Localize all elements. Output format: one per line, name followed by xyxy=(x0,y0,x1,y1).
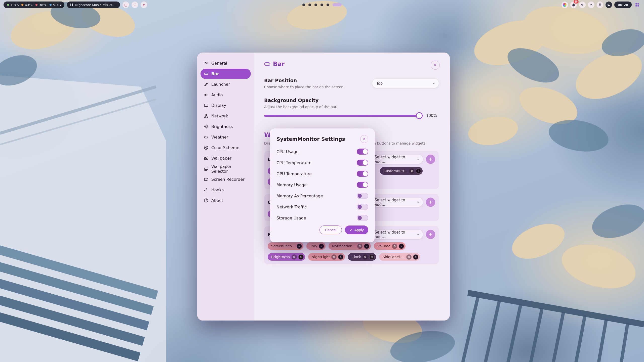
sidebar-item-hooks[interactable]: Hooks xyxy=(200,185,251,195)
add-widget-dropdown[interactable]: Select widget to add... ▾ xyxy=(371,230,423,239)
toggle-row-memory-as-percentage: Memory As Percentage xyxy=(276,190,368,201)
apply-button[interactable]: ✓Apply xyxy=(345,225,368,234)
sidebar-item-general[interactable]: General xyxy=(200,58,251,68)
widget-settings-icon[interactable]: ⚙ xyxy=(292,254,297,260)
widget-settings-icon[interactable]: ⚙ xyxy=(406,254,412,260)
widget-settings-icon[interactable]: ⚙ xyxy=(331,254,337,260)
workspace-active-pill[interactable] xyxy=(333,3,342,6)
workspace-dot[interactable] xyxy=(308,4,311,6)
bar-position-dropdown[interactable]: Top ▾ xyxy=(372,79,439,88)
sidebar-item-label: Launcher xyxy=(211,82,230,87)
sidebar-item-bar[interactable]: Bar xyxy=(200,69,251,79)
widget-chip[interactable]: Volume ⚙ × xyxy=(374,242,406,250)
widget-settings-icon[interactable]: ⚙ xyxy=(357,244,363,249)
window-close-button[interactable]: × xyxy=(431,61,440,70)
widget-settings-icon[interactable]: ⚙ xyxy=(392,244,397,249)
add-widget-button[interactable]: + xyxy=(426,230,435,239)
volume-button[interactable] xyxy=(579,2,586,8)
add-widget-dropdown[interactable]: Select widget to add... ▾ xyxy=(371,155,423,164)
top-bar-right: 10 00:28 xyxy=(561,2,640,8)
widget-chip[interactable]: CustomButt... ⚙ × xyxy=(380,167,423,175)
widget-chip[interactable]: SidePanelT... ⚙ × xyxy=(379,253,420,261)
network-traffic-toggle[interactable] xyxy=(357,204,368,210)
sidebar-item-wallpaper[interactable]: Wallpaper xyxy=(200,153,251,163)
widget-remove-icon[interactable]: × xyxy=(364,244,369,249)
add-widget-dropdown[interactable]: Select widget to add... ▾ xyxy=(371,198,423,207)
memory-as-percentage-toggle[interactable] xyxy=(357,193,368,199)
chevron-down-icon: ▾ xyxy=(417,200,419,204)
widget-chip[interactable]: Notification... ⚙ × xyxy=(329,242,371,250)
widget-remove-icon[interactable]: × xyxy=(416,168,421,174)
widget-remove-icon[interactable]: × xyxy=(413,254,418,260)
workspace-dot[interactable] xyxy=(302,4,305,6)
memory-metric: 9.7G xyxy=(50,3,61,7)
toggle-list: CPU Usage CPU Temperature GPU Temperatur… xyxy=(276,146,368,223)
memory-icon xyxy=(50,4,52,6)
add-widget-button[interactable]: + xyxy=(426,155,435,164)
color-wheel-icon xyxy=(563,3,567,7)
arrow-up-button[interactable] xyxy=(588,2,594,8)
workspace-dot[interactable] xyxy=(327,4,329,6)
toggle-row-cpu-temperature: CPU Temperature xyxy=(276,157,368,168)
storage-usage-toggle[interactable] xyxy=(357,215,368,221)
sidebar-item-audio[interactable]: Audio xyxy=(200,90,251,100)
system-monitor-pill[interactable]: 1.8% 43°C 38°C 9.7G xyxy=(4,2,64,8)
widget-remove-icon[interactable]: × xyxy=(338,254,343,260)
widget-remove-icon[interactable]: × xyxy=(298,254,304,260)
opacity-slider[interactable] xyxy=(264,115,422,117)
widget-remove-icon[interactable]: × xyxy=(399,244,404,249)
add-widget-button[interactable]: + xyxy=(426,198,435,207)
widget-chip-label: SidePanelT... xyxy=(383,255,405,259)
sidebar-item-display[interactable]: Display xyxy=(200,100,251,111)
color-picker-button[interactable] xyxy=(561,2,568,8)
workspace-dot[interactable] xyxy=(314,4,317,6)
media-player-pill[interactable]: Nightcore Music Mix 20... xyxy=(67,2,120,8)
microphone-button[interactable] xyxy=(597,2,603,8)
gpu-temp-value: 38°C xyxy=(39,3,47,7)
sidebar-item-weather[interactable]: Weather xyxy=(200,132,251,142)
widget-chip[interactable]: ScreenReco... × xyxy=(268,242,303,250)
cpu-temperature-toggle[interactable] xyxy=(357,160,368,166)
gpu-temperature-toggle[interactable] xyxy=(357,171,368,177)
audio-icon xyxy=(204,93,209,97)
toggle-row-memory-usage: Memory Usage xyxy=(276,179,368,190)
app-launcher-button[interactable] xyxy=(634,2,640,8)
opacity-slider-knob[interactable] xyxy=(416,112,423,119)
chevron-down-icon: ▾ xyxy=(417,157,419,161)
widget-remove-icon[interactable]: × xyxy=(369,254,375,260)
sidebar-item-screen-recorder[interactable]: Screen Recorder xyxy=(200,174,251,185)
clock-pill[interactable]: 00:28 xyxy=(614,2,632,8)
widget-chip-label: Notification... xyxy=(332,244,356,248)
cancel-button[interactable]: Cancel xyxy=(319,225,342,234)
widget-chip[interactable]: NightLight ⚙ × xyxy=(308,253,345,261)
widget-remove-icon[interactable]: × xyxy=(319,244,324,249)
night-light-button[interactable] xyxy=(606,2,612,8)
memory-usage-toggle[interactable] xyxy=(357,182,368,188)
notifications-button[interactable]: 10 xyxy=(570,2,577,8)
widget-settings-icon[interactable]: ⚙ xyxy=(363,254,368,260)
widget-chip[interactable]: Brightness ⚙ × xyxy=(268,253,305,261)
workspace-dot[interactable] xyxy=(320,4,323,6)
background-opacity-block: Background Opacity Adjust the background… xyxy=(264,98,439,118)
add-widget-placeholder: Select widget to add... xyxy=(375,230,415,239)
info-icon xyxy=(204,198,209,203)
cpu-usage-toggle[interactable] xyxy=(357,149,368,155)
toggle-knob xyxy=(358,216,362,220)
widget-remove-icon[interactable]: × xyxy=(297,244,302,249)
sidebar-item-about[interactable]: About xyxy=(200,195,251,206)
widget-chip[interactable]: Tray × xyxy=(306,242,326,250)
quick-button-1[interactable]: ▢ xyxy=(123,2,129,8)
cpu-usage-metric: 1.8% xyxy=(7,3,19,7)
sidebar-item-wallpaper-selector[interactable]: Wallpaper Selector xyxy=(200,164,251,174)
heart-icon: ♡ xyxy=(133,3,136,7)
widget-settings-icon[interactable]: ⚙ xyxy=(409,168,414,174)
sidebar-item-network[interactable]: Network xyxy=(200,111,251,121)
close-icon: × xyxy=(434,62,436,68)
sidebar-item-brightness[interactable]: Brightness xyxy=(200,121,251,132)
quick-button-2[interactable]: ♡ xyxy=(132,2,138,8)
modal-close-button[interactable]: × xyxy=(360,135,368,143)
sidebar-item-launcher[interactable]: Launcher xyxy=(200,79,251,89)
widget-chip[interactable]: Clock ⚙ × xyxy=(348,253,376,261)
quick-button-3[interactable]: ♥ xyxy=(141,2,147,8)
sidebar-item-color-scheme[interactable]: Color Scheme xyxy=(200,143,251,153)
